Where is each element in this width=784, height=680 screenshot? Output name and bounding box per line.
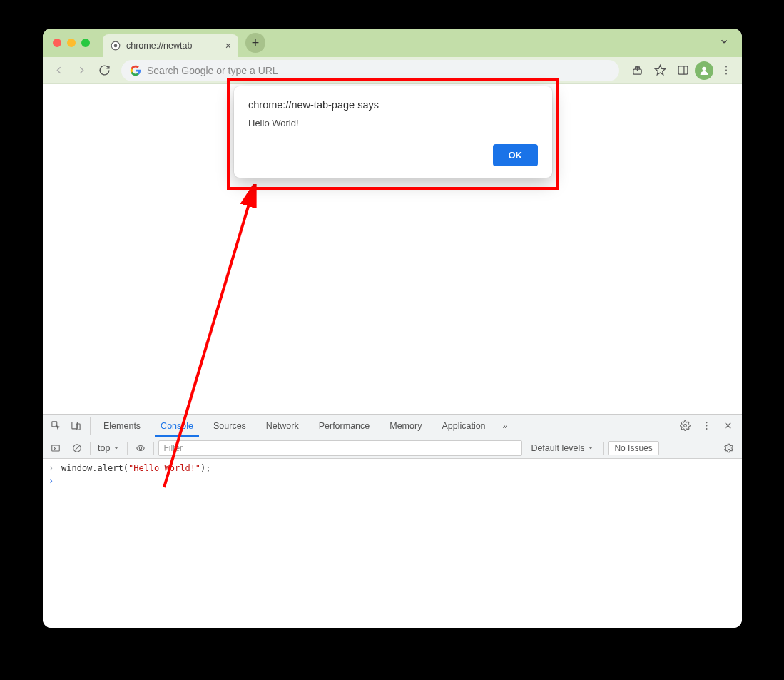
- device-toolbar-icon[interactable]: [67, 417, 84, 435]
- console-code: window.alert("Hello World!");: [61, 463, 211, 473]
- prompt-caret-icon: ›: [49, 476, 56, 486]
- tab-close-button[interactable]: ×: [225, 41, 231, 51]
- alert-message: Hello World!: [248, 118, 538, 128]
- dropdown-caret-icon: [587, 445, 594, 452]
- svg-point-9: [725, 73, 727, 75]
- share-icon[interactable]: [626, 60, 648, 81]
- devtools-tab-elements[interactable]: Elements: [93, 415, 151, 437]
- bookmark-icon[interactable]: [649, 60, 671, 81]
- issues-button[interactable]: No Issues: [608, 441, 658, 455]
- devtools-tab-application[interactable]: Application: [432, 415, 495, 437]
- javascript-alert-dialog: chrome://new-tab-page says Hello World! …: [234, 86, 552, 178]
- devtools-close-icon[interactable]: [719, 417, 736, 435]
- log-levels-label: Default levels: [531, 443, 584, 453]
- google-icon: [130, 65, 141, 76]
- devtools-tab-performance[interactable]: Performance: [309, 415, 380, 437]
- inspect-element-icon[interactable]: [47, 417, 64, 435]
- svg-point-15: [706, 422, 707, 423]
- back-button[interactable]: [49, 61, 68, 81]
- svg-marker-3: [655, 65, 665, 74]
- alert-ok-button[interactable]: OK: [493, 144, 539, 166]
- browser-window: chrome://newtab × + Search Google or typ…: [43, 29, 742, 628]
- devtools-tab-console[interactable]: Console: [151, 415, 203, 437]
- devtools-tab-sources[interactable]: Sources: [203, 415, 256, 437]
- profile-button[interactable]: [695, 61, 713, 80]
- browser-toolbar: Search Google or type a URL: [43, 57, 742, 84]
- address-bar-placeholder: Search Google or type a URL: [147, 65, 278, 76]
- console-input-line: › window.alert("Hello World!");: [43, 462, 742, 475]
- svg-rect-4: [678, 66, 688, 74]
- devtools-tab-memory[interactable]: Memory: [380, 415, 432, 437]
- devtools-tabbar: Elements Console Sources Network Perform…: [43, 415, 742, 437]
- console-sidebar-toggle-icon[interactable]: [47, 440, 64, 457]
- console-filter-input[interactable]: Filter: [158, 440, 522, 456]
- window-zoom-button[interactable]: [81, 39, 90, 47]
- devtools-tab-network[interactable]: Network: [256, 415, 309, 437]
- svg-point-8: [725, 69, 727, 71]
- favicon-icon: [110, 40, 121, 51]
- console-context-selector[interactable]: top: [95, 443, 123, 453]
- svg-point-24: [728, 447, 730, 450]
- devtools-settings-icon[interactable]: [676, 417, 693, 435]
- browser-tab[interactable]: chrome://newtab ×: [103, 34, 238, 57]
- clear-console-icon[interactable]: [68, 440, 86, 457]
- prompt-caret-icon: ›: [49, 463, 56, 473]
- svg-point-23: [140, 447, 143, 450]
- svg-rect-20: [52, 445, 60, 450]
- toolbar-actions: [626, 60, 736, 81]
- svg-point-16: [706, 425, 707, 427]
- forward-button[interactable]: [71, 61, 91, 81]
- log-levels-selector[interactable]: Default levels: [526, 443, 599, 453]
- console-toolbar: top Filter Default levels No Issues: [43, 437, 742, 459]
- svg-point-7: [725, 66, 727, 68]
- devtools-menu-icon[interactable]: [698, 417, 715, 435]
- console-filter-placeholder: Filter: [163, 443, 183, 453]
- tab-strip: chrome://newtab × +: [43, 29, 742, 57]
- alert-title: chrome://new-tab-page says: [248, 99, 538, 111]
- issues-label: No Issues: [614, 443, 652, 453]
- reload-button[interactable]: [94, 61, 114, 81]
- window-minimize-button[interactable]: [67, 39, 76, 47]
- svg-line-22: [75, 445, 80, 450]
- side-panel-icon[interactable]: [672, 60, 693, 81]
- console-context-label: top: [98, 443, 110, 453]
- live-expression-icon[interactable]: [132, 440, 149, 457]
- dropdown-caret-icon: [113, 445, 120, 452]
- console-output[interactable]: › window.alert("Hello World!"); ›: [43, 459, 742, 628]
- devtools-panel: Elements Console Sources Network Perform…: [43, 414, 742, 628]
- chrome-menu-icon[interactable]: [715, 60, 736, 81]
- console-prompt-line[interactable]: ›: [43, 475, 742, 487]
- console-settings-icon[interactable]: [721, 440, 738, 457]
- address-bar[interactable]: Search Google or type a URL: [121, 60, 619, 81]
- window-close-button[interactable]: [53, 39, 61, 47]
- window-controls: [53, 39, 90, 47]
- svg-point-17: [706, 428, 707, 430]
- new-tab-button[interactable]: +: [245, 33, 265, 53]
- devtools-tabs-overflow-icon[interactable]: »: [496, 421, 515, 431]
- tabs-dropdown-icon[interactable]: [719, 36, 729, 49]
- svg-point-14: [683, 425, 686, 427]
- svg-point-6: [702, 66, 706, 70]
- tab-title: chrome://newtab: [126, 41, 192, 51]
- svg-point-1: [114, 44, 118, 48]
- page-content: chrome://new-tab-page says Hello World! …: [43, 84, 742, 414]
